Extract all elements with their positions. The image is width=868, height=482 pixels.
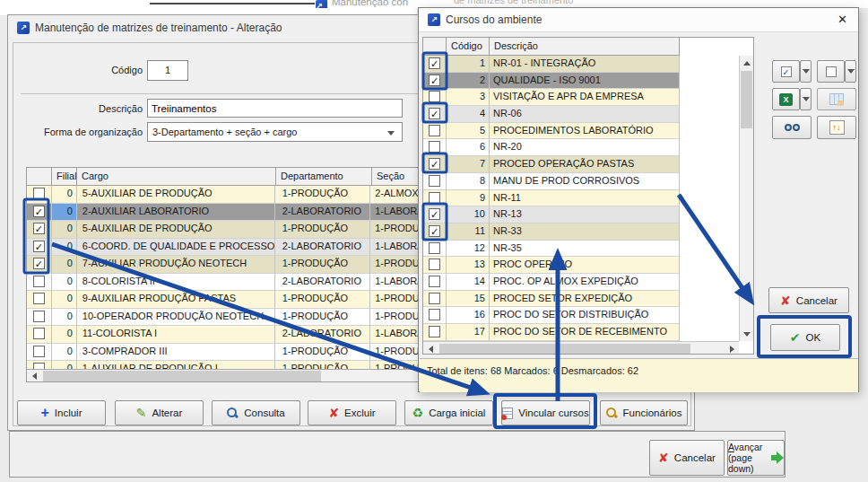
hscroll-thumb[interactable] (439, 344, 690, 355)
check-all-dropdown[interactable] (800, 60, 812, 83)
courses-cancel-button[interactable]: ✘ Cancelar (768, 287, 849, 313)
row-checkbox[interactable] (429, 276, 440, 287)
row-checkbox[interactable] (429, 259, 440, 270)
row-checkbox[interactable] (429, 192, 440, 204)
row-checkbox[interactable] (33, 328, 45, 339)
row-checkbox[interactable]: ✓ (33, 241, 45, 252)
forma-organizacao-select[interactable]: 3-Departamento + seção + cargo (147, 122, 403, 142)
table-cell: 6 (447, 139, 490, 156)
descricao-input[interactable] (147, 99, 403, 118)
table-cell (423, 139, 447, 156)
row-checkbox[interactable] (429, 125, 440, 136)
table-row[interactable]: 011-COLORISTA I2-LABORATORIO1-LABORA (27, 326, 418, 344)
wizard-cancel-button[interactable]: ✘ Cancelar (649, 440, 725, 476)
action-button-vincular-cursos[interactable]: Vincular cursos (501, 400, 590, 425)
table-row[interactable]: 17PROC DO SETOR DE RECEBIMENTO (423, 324, 753, 341)
uncheck-all-dropdown[interactable] (845, 60, 856, 83)
table-row[interactable]: ✓2QUALIDADE - ISO 9001 (423, 73, 753, 90)
table-cell: 1-PRODUÇÃO (275, 186, 371, 204)
chevron-down-icon (803, 69, 810, 74)
scroll-right-button[interactable] (725, 342, 739, 355)
wizard-advance-button[interactable]: Avançar (page down) (727, 440, 785, 476)
table-row[interactable]: 14PROC. OP ALMOX EXPEDIÇÃO (423, 274, 753, 291)
codigo-field[interactable]: 1 (147, 60, 188, 81)
action-button-incluir[interactable]: +Incluir (17, 400, 106, 425)
row-checkbox[interactable]: ✓ (429, 57, 440, 69)
table-row[interactable]: 6NR-20 (423, 139, 753, 156)
row-checkbox[interactable] (429, 242, 440, 254)
courses-vscrollbar[interactable] (739, 56, 753, 341)
courses-ok-button[interactable]: ✔ OK (770, 324, 840, 351)
row-checkbox[interactable] (33, 363, 45, 369)
scroll-left-button[interactable] (27, 370, 41, 382)
check-all-button[interactable]: ✓ (772, 60, 800, 83)
grid-edit-button[interactable] (817, 88, 856, 110)
table-row[interactable]: 8MANU DE PROD CORROSIVOS (423, 173, 753, 190)
row-checkbox[interactable] (33, 188, 45, 199)
row-checkbox[interactable] (429, 91, 440, 102)
table-row[interactable]: 9NR-11 (423, 190, 753, 207)
hscroll-thumb[interactable] (43, 371, 321, 381)
row-checkbox[interactable] (33, 276, 45, 287)
table-cell: 0 (52, 204, 77, 222)
table-row[interactable]: ✓10NR-13 (423, 206, 753, 223)
vscroll-thumb[interactable] (741, 71, 752, 128)
row-checkbox[interactable] (429, 293, 440, 304)
table-row[interactable]: 12NR-35 (423, 241, 753, 258)
row-checkbox[interactable]: ✓ (33, 206, 45, 217)
scroll-down-button[interactable] (740, 327, 754, 341)
table-row[interactable]: 08-COLORISTA II2-LABORATORIO1-LABORA (27, 274, 418, 292)
table-row[interactable]: ✓11NR-33 (423, 223, 753, 241)
table-cell (423, 307, 447, 324)
table-row[interactable]: ✓4NR-06 (423, 106, 753, 123)
table-row[interactable]: ✓06-COORD. DE QUALIDADE E PROCESSOS2-LAB… (27, 239, 418, 257)
table-row[interactable]: 16PROC DO SETOR DISTRIBUIÇÃO (423, 307, 753, 324)
cargos-hscrollbar[interactable] (27, 369, 418, 382)
uncheck-all-button[interactable] (817, 60, 845, 83)
table-row[interactable]: ✓1NR-01 - INTEGRAÇÃO (423, 56, 753, 73)
row-checkbox[interactable] (429, 326, 440, 337)
table-row[interactable]: 010-OPERADOR PRODUÇÃO NEOTECH1-PRODUÇÃO1… (27, 309, 418, 327)
row-checkbox[interactable] (429, 141, 440, 153)
row-checkbox[interactable]: ✓ (429, 225, 440, 237)
table-row[interactable]: 15PROCED SETOR EXPEDIÇÃO (423, 291, 753, 308)
excel-export-dropdown[interactable] (800, 88, 812, 110)
table-cell: 0 (52, 326, 77, 344)
row-checkbox[interactable] (429, 175, 440, 187)
row-checkbox[interactable]: ✓ (33, 223, 45, 234)
scroll-up-button[interactable] (740, 56, 753, 70)
table-row[interactable]: ✓05-AUXILIAR DE PRODUÇÃO1-PRODUÇÃO1-PROD… (27, 221, 418, 239)
row-checkbox[interactable]: ✓ (33, 258, 45, 269)
courses-hscrollbar[interactable] (423, 341, 739, 355)
table-row[interactable]: 01-AUXILIAR DE PRODUÇÃO I1-PRODUÇÃO1-PRO… (27, 361, 418, 369)
excel-export-button[interactable]: X (772, 88, 800, 110)
table-row[interactable]: 5PROCEDIMENTOS LABORATÓRIO (423, 123, 753, 140)
row-checkbox[interactable]: ✓ (429, 208, 440, 220)
row-checkbox[interactable] (33, 311, 45, 322)
table-row[interactable]: ✓7PROCED OPERAÇÃO PASTAS (423, 156, 753, 173)
table-row[interactable]: 03-COMPRADOR III1-PRODUÇÃO1-PRODUÇ (27, 344, 418, 362)
action-button-funcion-rios[interactable]: Funcionários (600, 400, 688, 425)
table-row[interactable]: ✓07-AUXILIAR PRODUÇÃO NEOTECH1-PRODUÇÃO1… (27, 256, 418, 274)
table-row[interactable]: 13PROC OPER BIO (423, 257, 753, 274)
courses-titlebar[interactable]: Cursos do ambiente ✕ (419, 8, 858, 32)
courses-ok-label: OK (806, 332, 821, 343)
table-row[interactable]: 3VISITAÇÃO E APR DA EMPRESA (423, 89, 753, 106)
row-checkbox[interactable]: ✓ (429, 108, 440, 119)
action-button-excluir[interactable]: ✘Excluir (308, 400, 396, 425)
table-row[interactable]: 09-AUXILIAR PRODUÇÃO PASTAS1-PRODUÇÃO1-P… (27, 291, 418, 309)
close-icon[interactable]: ✕ (838, 13, 847, 26)
table-row[interactable]: 05-AUXILIAR DE PRODUÇÃO1-PRODUÇÃO2-ALMOX… (27, 186, 418, 204)
sort-columns-button[interactable]: ↑↓ (817, 116, 856, 139)
action-button-alterar[interactable]: ✎Alterar (115, 400, 204, 425)
action-button-consulta[interactable]: Consulta (212, 400, 300, 425)
action-button-carga-inicial[interactable]: ♻Carga inicial (404, 400, 493, 425)
row-checkbox[interactable]: ✓ (429, 158, 440, 170)
scroll-left-button[interactable] (423, 342, 438, 355)
find-button[interactable] (772, 116, 812, 139)
row-checkbox[interactable] (33, 293, 45, 304)
row-checkbox[interactable] (429, 309, 440, 320)
row-checkbox[interactable]: ✓ (429, 74, 440, 86)
row-checkbox[interactable] (33, 346, 45, 357)
table-row[interactable]: ✓02-AUXILIAR LABORATORIO2-LABORATORIO1-L… (27, 204, 418, 222)
